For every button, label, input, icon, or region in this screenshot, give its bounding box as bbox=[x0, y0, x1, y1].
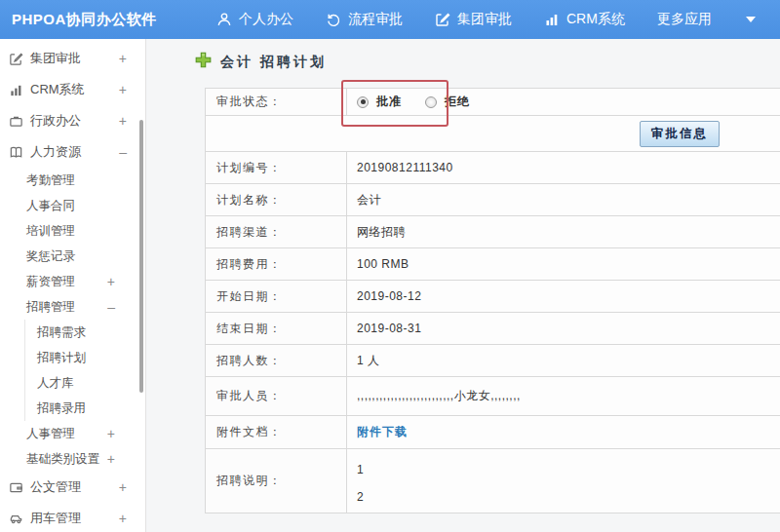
sidebar-item-recruit-demand[interactable]: 招聘需求 bbox=[24, 320, 145, 345]
recruit-plan-form: 审批状态： 批准 拒绝 bbox=[205, 88, 780, 513]
briefcase-icon bbox=[9, 114, 23, 129]
nav-label: 集团审批 bbox=[457, 11, 512, 28]
top-nav-menu: 个人办公 流程审批 集团审批 bbox=[216, 11, 780, 28]
history-icon bbox=[326, 12, 341, 27]
form-row-cost: 招聘费用： 100 RMB bbox=[206, 248, 780, 281]
top-navbar: PHPOA协同办公软件 个人办公 流程审批 bbox=[0, 0, 780, 39]
sidebar-item-crm[interactable]: CRM系统 + bbox=[0, 74, 145, 105]
description-value: 1 2 bbox=[347, 449, 780, 513]
form-row-channel: 招聘渠道： 网络招聘 bbox=[206, 216, 780, 248]
sidebar-item-document-mgmt[interactable]: 公文管理 + bbox=[0, 472, 145, 503]
sidebar-item-attendance[interactable]: 考勤管理 bbox=[0, 168, 145, 193]
radio-approve[interactable]: 批准 bbox=[357, 94, 402, 110]
approve-info-button[interactable]: 审批信息 bbox=[640, 121, 720, 147]
status-radio-group: 批准 拒绝 bbox=[357, 94, 470, 110]
nav-label: 更多应用 bbox=[657, 11, 712, 28]
nav-crm-system[interactable]: CRM系统 bbox=[544, 11, 625, 28]
channel-value: 网络招聘 bbox=[347, 216, 780, 247]
form-row-end-date: 结束日期： 2019-08-31 bbox=[206, 313, 780, 345]
expand-plus-icon[interactable]: + bbox=[119, 114, 127, 128]
sidebar-item-admin-office[interactable]: 行政办公 + bbox=[0, 105, 145, 136]
sidebar-item-hr[interactable]: 人力资源 – bbox=[0, 136, 145, 168]
sidebar-item-recruit-mgmt[interactable]: 招聘管理 – bbox=[0, 294, 145, 320]
sidebar-item-rewards[interactable]: 奖惩记录 bbox=[0, 244, 145, 269]
user-icon bbox=[216, 12, 232, 27]
headcount-value: 1 人 bbox=[347, 345, 780, 376]
page-header: 会计 招聘计划 bbox=[195, 52, 327, 72]
radio-checked-icon[interactable] bbox=[357, 96, 369, 108]
bar-chart-icon bbox=[544, 12, 560, 27]
bar-chart-icon bbox=[9, 83, 23, 97]
sidebar-item-group-approval[interactable]: 集团审批 + bbox=[0, 43, 145, 74]
approvers-value: ,,,,,,,,,,,,,,,,,,,,,,,,,,小龙女,,,,,,,, bbox=[347, 377, 780, 415]
expand-plus-icon[interactable]: + bbox=[107, 452, 115, 466]
collapse-minus-icon[interactable]: – bbox=[107, 300, 115, 314]
sidebar-item-vehicle-mgmt[interactable]: 用车管理 + bbox=[0, 503, 145, 532]
form-row-attachment: 附件文档： 附件下载 bbox=[206, 416, 780, 449]
start-date-value: 2019-08-12 bbox=[347, 281, 780, 312]
end-date-value: 2019-08-31 bbox=[347, 313, 780, 344]
form-row-description: 招聘说明： 1 2 bbox=[206, 449, 780, 513]
nav-more-apps[interactable]: 更多应用 bbox=[657, 11, 712, 28]
form-row-button: 审批信息 bbox=[206, 116, 780, 152]
page-title: 会计 招聘计划 bbox=[220, 54, 327, 71]
sidebar: 集团审批 + CRM系统 + 行政办公 + bbox=[0, 39, 146, 532]
book-icon bbox=[9, 145, 23, 160]
form-row-plan-number: 计划编号： 20190812111340 bbox=[206, 152, 780, 184]
sidebar-item-salary[interactable]: 薪资管理 + bbox=[0, 269, 145, 294]
expand-plus-icon[interactable]: + bbox=[119, 512, 127, 525]
nav-group-approval[interactable]: 集团审批 bbox=[435, 11, 512, 28]
collapse-minus-icon[interactable]: – bbox=[119, 145, 127, 159]
form-row-plan-name: 计划名称： 会计 bbox=[206, 184, 780, 216]
cost-value: 100 RMB bbox=[347, 248, 780, 280]
edit-icon bbox=[435, 12, 450, 27]
main-content: 会计 招聘计划 审批状态： 批准 拒绝 bbox=[146, 39, 780, 532]
expand-plus-icon[interactable]: + bbox=[107, 427, 115, 440]
sidebar-item-talent-pool[interactable]: 人才库 bbox=[24, 370, 145, 396]
car-icon bbox=[9, 512, 23, 526]
expand-plus-icon[interactable]: + bbox=[107, 275, 115, 288]
sidebar-item-recruit-plan[interactable]: 招聘计划 bbox=[24, 345, 145, 370]
radio-unchecked-icon[interactable] bbox=[425, 96, 437, 108]
expand-plus-icon[interactable]: + bbox=[119, 52, 127, 65]
radio-reject[interactable]: 拒绝 bbox=[425, 94, 470, 110]
nav-label: 个人办公 bbox=[239, 11, 293, 28]
more-apps-dropdown[interactable] bbox=[744, 17, 756, 22]
nav-label: CRM系统 bbox=[566, 11, 625, 28]
attachment-download-link[interactable]: 附件下载 bbox=[357, 424, 408, 440]
nav-label: 流程审批 bbox=[348, 11, 403, 28]
form-row-status: 审批状态： 批准 拒绝 bbox=[206, 89, 780, 116]
sidebar-item-training[interactable]: 培训管理 bbox=[0, 218, 145, 244]
plan-name-value: 会计 bbox=[347, 184, 780, 215]
plan-number-value: 20190812111340 bbox=[347, 152, 780, 183]
sidebar-item-recruit-hire[interactable]: 招聘录用 bbox=[24, 396, 145, 421]
document-icon bbox=[9, 480, 23, 495]
form-row-approvers: 审批人员： ,,,,,,,,,,,,,,,,,,,,,,,,,,小龙女,,,,,… bbox=[206, 377, 780, 416]
add-plus-icon[interactable] bbox=[195, 52, 212, 72]
status-label: 审批状态： bbox=[206, 89, 347, 115]
sidebar-item-base-category[interactable]: 基础类别设置 + bbox=[0, 446, 145, 472]
nav-personal-office[interactable]: 个人办公 bbox=[216, 11, 293, 28]
sidebar-item-hr-contract[interactable]: 人事合同 bbox=[0, 193, 145, 218]
sidebar-item-personnel-mgmt[interactable]: 人事管理 + bbox=[0, 421, 145, 446]
app-window: PHPOA协同办公软件 个人办公 流程审批 bbox=[0, 0, 780, 532]
edit-icon bbox=[9, 52, 23, 66]
caret-down-icon bbox=[746, 17, 756, 22]
expand-plus-icon[interactable]: + bbox=[119, 83, 127, 96]
app-brand: PHPOA协同办公软件 bbox=[0, 11, 181, 29]
sidebar-scrollbar[interactable] bbox=[139, 120, 143, 393]
expand-plus-icon[interactable]: + bbox=[119, 480, 127, 494]
nav-process-approval[interactable]: 流程审批 bbox=[326, 11, 403, 28]
form-row-start-date: 开始日期： 2019-08-12 bbox=[206, 281, 780, 313]
form-row-headcount: 招聘人数： 1 人 bbox=[206, 345, 780, 377]
